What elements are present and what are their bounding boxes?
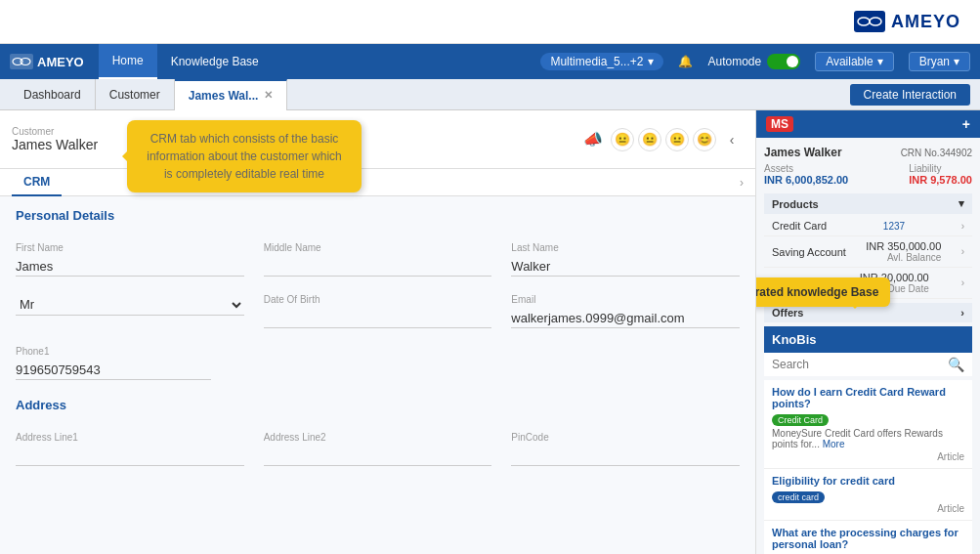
email-label: Email bbox=[511, 294, 740, 305]
tab-customer[interactable]: Customer bbox=[96, 79, 175, 110]
product-saving-account[interactable]: Saving Account INR 350,000.00 Avl. Balan… bbox=[764, 236, 972, 268]
middle-name-input[interactable] bbox=[264, 257, 492, 277]
phone-field: Phone1 bbox=[16, 346, 740, 380]
tab-dashboard[interactable]: Dashboard bbox=[10, 79, 96, 110]
content-area: Customer James Walker CRM tab which cons… bbox=[0, 110, 755, 554]
phone-input[interactable] bbox=[16, 361, 211, 380]
address-row: Address Line1 Address Line2 PinCode bbox=[16, 432, 740, 466]
multimedia-label: Multimedia_5...+2 bbox=[550, 55, 643, 68]
kb-search-bar: 🔍 bbox=[764, 353, 972, 376]
crm-tab[interactable]: CRM bbox=[12, 169, 62, 196]
right-panel-close-icon[interactable]: + bbox=[962, 116, 970, 132]
product-credit-card[interactable]: Credit Card 1237 › bbox=[764, 216, 972, 236]
first-name-input[interactable] bbox=[16, 257, 244, 277]
form-wrapper: Personal Details First Name Middle Name … bbox=[0, 196, 755, 554]
liability-item: Liability INR 9,578.00 bbox=[909, 163, 972, 186]
bell-icon[interactable]: 🔔 bbox=[678, 55, 693, 68]
liability-label: Liability bbox=[909, 163, 972, 174]
address-line2-label: Address Line2 bbox=[264, 432, 492, 443]
dob-input[interactable] bbox=[264, 309, 492, 328]
pincode-input[interactable] bbox=[511, 447, 740, 466]
knobis-title: KnoBis bbox=[772, 332, 817, 347]
nav-item-home[interactable]: Home bbox=[99, 44, 157, 79]
pincode-field: PinCode bbox=[511, 432, 740, 466]
knobis-tooltip: Integrated knowledge Base bbox=[756, 277, 890, 307]
kb-tag-1: credit card bbox=[772, 491, 825, 503]
tab-close-icon[interactable]: ✕ bbox=[264, 89, 273, 102]
finance-row: Assets INR 6,000,852.00 Liability INR 9,… bbox=[764, 163, 972, 186]
kb-article-tags-1: credit card bbox=[772, 490, 964, 503]
emoji-btn-4[interactable]: 😊 bbox=[693, 128, 716, 151]
kb-article-type-1: Article bbox=[772, 503, 964, 514]
address-line1-input[interactable] bbox=[16, 447, 244, 466]
address-line1-label: Address Line1 bbox=[16, 432, 244, 443]
emoji-btn-3[interactable]: 😐 bbox=[665, 128, 689, 151]
last-name-label: Last Name bbox=[511, 242, 740, 253]
nav-left-icon[interactable]: ‹ bbox=[720, 128, 744, 151]
chevron-down-icon: ▾ bbox=[877, 55, 883, 68]
kb-article-title-0[interactable]: How do I earn Credit Card Reward points? bbox=[772, 386, 964, 409]
nav-bar: AMEYO Home Knowledge Base Multimedia_5..… bbox=[0, 44, 980, 79]
liability-value: INR 9,578.00 bbox=[909, 174, 972, 186]
product-name-0: Credit Card bbox=[772, 220, 827, 232]
crm-tab-arrow[interactable]: › bbox=[740, 176, 744, 190]
available-label: Available bbox=[826, 55, 873, 68]
tab-james-walker[interactable]: James Wal... ✕ bbox=[175, 79, 288, 110]
right-panel-header: MS + bbox=[756, 110, 980, 138]
products-header[interactable]: Products ▾ bbox=[764, 193, 972, 214]
crm-tabs: CRM › bbox=[0, 169, 755, 196]
pincode-label: PinCode bbox=[511, 432, 740, 443]
kb-article-tags-0: Credit Card bbox=[772, 412, 964, 426]
chevron-down-icon: ▾ bbox=[648, 55, 654, 68]
product-arrow-2: › bbox=[961, 277, 964, 288]
kb-article-title-2[interactable]: What are the processing charges for pers… bbox=[772, 527, 964, 550]
address-title: Address bbox=[16, 398, 740, 416]
nav-item-knowledge-base[interactable]: Knowledge Base bbox=[157, 44, 273, 79]
panel-crn: CRN No.344902 bbox=[901, 148, 972, 158]
automode-toggle[interactable] bbox=[767, 54, 800, 69]
create-interaction-button[interactable]: Create Interaction bbox=[850, 84, 970, 106]
chevron-down-icon: ▾ bbox=[954, 55, 959, 68]
nav-logo: AMEYO bbox=[10, 54, 84, 69]
customer-info: Customer James Walker bbox=[12, 126, 98, 152]
email-input[interactable] bbox=[511, 309, 740, 328]
available-button[interactable]: Available ▾ bbox=[815, 52, 893, 71]
kb-article-type-0: Article bbox=[772, 451, 964, 462]
product-arrow-1: › bbox=[961, 246, 964, 257]
address-line2-field: Address Line2 bbox=[264, 432, 492, 466]
chevron-right-icon: › bbox=[960, 307, 964, 319]
product-id-0: 1237 bbox=[883, 221, 905, 232]
search-icon[interactable]: 🔍 bbox=[948, 357, 964, 372]
first-name-field: First Name bbox=[16, 242, 244, 277]
kb-search-input[interactable] bbox=[772, 358, 948, 371]
address-line2-input[interactable] bbox=[264, 447, 492, 466]
dob-field: Date Of Birth bbox=[264, 294, 492, 328]
contact-row: Mr Mrs Ms Date Of Birth Email bbox=[16, 294, 740, 328]
customer-header: Customer James Walker CRM tab which cons… bbox=[0, 110, 755, 169]
multimedia-selector[interactable]: Multimedia_5...+2 ▾ bbox=[540, 53, 663, 70]
brand-bar: AMEYO bbox=[0, 0, 980, 44]
kb-more-0[interactable]: More bbox=[823, 439, 845, 449]
user-name: Bryan bbox=[919, 55, 950, 68]
crm-tooltip: CRM tab which consists of the basic info… bbox=[127, 120, 362, 192]
phone-row: Phone1 bbox=[16, 346, 740, 380]
products-label: Products bbox=[772, 198, 819, 210]
salutation-field: Mr Mrs Ms bbox=[16, 294, 244, 328]
kb-article-desc-0: MoneySure Credit Card offers Rewards poi… bbox=[772, 428, 964, 449]
emoji-btn-1[interactable]: 😐 bbox=[611, 128, 634, 151]
product-name-1: Saving Account bbox=[772, 246, 846, 258]
nav-right: Multimedia_5...+2 ▾ 🔔 Automode Available… bbox=[540, 52, 970, 71]
salutation-select[interactable]: Mr Mrs Ms bbox=[16, 294, 244, 316]
middle-name-label: Middle Name bbox=[264, 242, 492, 253]
automode-label: Automode bbox=[707, 55, 761, 68]
kb-article-title-1[interactable]: Eligibility for credit card bbox=[772, 475, 964, 487]
main-layout: Customer James Walker CRM tab which cons… bbox=[0, 110, 980, 554]
brand-name: AMEYO bbox=[891, 12, 960, 32]
kb-article-2: What are the processing charges for pers… bbox=[764, 521, 972, 554]
address-section: Address Address Line1 Address Line2 PinC… bbox=[16, 398, 740, 466]
sub-nav: Dashboard Customer James Wal... ✕ Create… bbox=[0, 79, 980, 110]
last-name-input[interactable] bbox=[511, 257, 740, 277]
emoji-btn-2[interactable]: 😐 bbox=[638, 128, 661, 151]
user-menu[interactable]: Bryan ▾ bbox=[909, 52, 970, 71]
megaphone-icon: 📣 bbox=[583, 130, 603, 149]
